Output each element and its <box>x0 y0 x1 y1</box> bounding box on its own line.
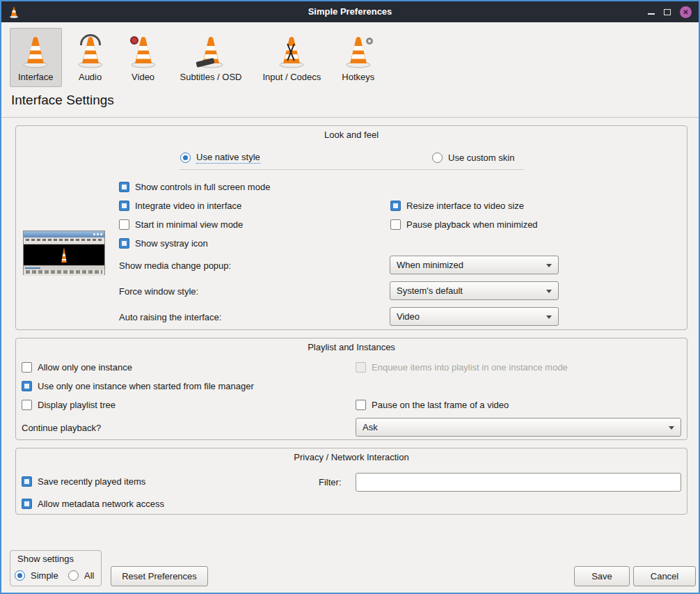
checkbox[interactable] <box>22 362 32 373</box>
radio-label: Simple <box>31 570 58 581</box>
thumb-controls <box>24 270 104 276</box>
checkbox[interactable] <box>22 400 32 410</box>
tab-video[interactable]: Video <box>119 28 168 87</box>
checkbox-label: Allow metadata network access <box>38 499 164 509</box>
checkbox-pause-minimized[interactable]: Pause playback when minimized <box>390 215 538 233</box>
button-label: Cancel <box>651 571 678 581</box>
checkbox-label: Enqueue items into playlist in one insta… <box>372 362 568 373</box>
show-settings-label: Show settings <box>17 554 74 564</box>
auto-raise-select[interactable]: Video <box>390 307 559 326</box>
tab-audio[interactable]: Audio <box>66 28 115 87</box>
filter-label: Filter: <box>319 473 342 491</box>
group-title: Playlist and Instances <box>16 342 687 352</box>
checkbox[interactable] <box>390 201 401 211</box>
checkbox-one-instance-file-manager[interactable]: Use only one instance when started from … <box>22 377 254 395</box>
checkbox-metadata-network-access[interactable]: Allow metadata network access <box>22 494 164 513</box>
headphones-icon <box>74 33 106 68</box>
filter-input[interactable] <box>356 473 681 492</box>
close-button[interactable]: ✕ <box>680 6 692 18</box>
heading-divider <box>1 117 699 118</box>
checkbox-label: Resize interface to video size <box>406 201 524 211</box>
preferences-category-toolbar: Interface Audio Video <box>10 28 383 87</box>
tab-label: Input / Codecs <box>262 72 321 82</box>
checkbox-systray-icon[interactable]: Show systray icon <box>119 234 208 252</box>
checkbox[interactable] <box>119 182 129 192</box>
continue-playback-select[interactable]: Ask <box>356 418 681 437</box>
tab-hotkeys[interactable]: Hotkeys <box>333 28 383 87</box>
radio-settings-all[interactable]: All <box>68 566 94 584</box>
radio-button[interactable] <box>432 153 443 163</box>
tab-input-codecs[interactable]: Input / Codecs <box>254 28 329 87</box>
save-button[interactable]: Save <box>574 566 630 586</box>
checkbox[interactable] <box>119 238 129 249</box>
tab-label: Video <box>132 72 154 82</box>
selected-value: System's default <box>397 286 463 296</box>
checkbox-integrate-video[interactable]: Integrate video in interface <box>119 196 241 214</box>
reset-preferences-button[interactable]: Reset Preferences <box>111 566 208 586</box>
media-change-popup-select[interactable]: When minimized <box>390 256 559 274</box>
checkbox-label: Start in minimal view mode <box>135 219 243 230</box>
checkbox-allow-one-instance[interactable]: Allow only one instance <box>22 358 132 376</box>
checkbox[interactable] <box>119 219 129 230</box>
checkbox-label: Show controls in full screen mode <box>135 182 270 192</box>
button-label: Reset Preferences <box>122 571 197 581</box>
tab-subtitles-osd[interactable]: Subtitles / OSD <box>172 28 250 87</box>
radio-settings-simple[interactable]: Simple <box>15 566 58 584</box>
checkbox[interactable] <box>119 201 129 211</box>
tab-label: Interface <box>18 72 54 82</box>
checkbox[interactable] <box>22 381 32 391</box>
vlc-cone-icon <box>7 5 21 19</box>
tab-label: Audio <box>79 72 102 82</box>
selected-value: Video <box>397 311 420 322</box>
thumb-video-area <box>24 244 104 265</box>
checkbox-label: Pause on the last frame of a video <box>372 400 509 410</box>
checkbox-resize-interface[interactable]: Resize interface to video size <box>390 196 524 214</box>
titlebar: Simple Preferences ✕ <box>1 1 699 22</box>
checkbox-label: Show systray icon <box>135 238 208 249</box>
tab-interface[interactable]: Interface <box>10 28 62 87</box>
radio-button[interactable] <box>180 153 191 163</box>
checkbox-label: Integrate video in interface <box>135 201 241 211</box>
vlc-cone-icon <box>19 33 51 68</box>
thumb-menubar <box>24 239 104 244</box>
restore-button[interactable] <box>664 9 671 15</box>
checkbox[interactable] <box>22 499 32 509</box>
auto-raise-label: Auto raising the interface: <box>119 308 221 326</box>
group-title: Privacy / Network Interaction <box>16 452 687 462</box>
show-settings-group: Show settings Simple All <box>10 550 102 586</box>
page-title: Interface Settings <box>11 93 114 108</box>
checkbox-label: Pause playback when minimized <box>406 219 538 230</box>
checkbox-enqueue-items-disabled: Enqueue items into playlist in one insta… <box>356 358 568 376</box>
radio-divider <box>180 169 524 170</box>
checkbox-display-playlist-tree[interactable]: Display playlist tree <box>22 396 116 414</box>
tab-label: Subtitles / OSD <box>180 72 242 82</box>
button-label: Save <box>591 571 612 581</box>
checkbox-label: Display playlist tree <box>38 400 116 410</box>
radio-use-native-style[interactable]: Use native style <box>180 148 260 166</box>
minimize-button[interactable] <box>648 13 655 15</box>
checkbox-pause-last-frame[interactable]: Pause on the last frame of a video <box>356 396 509 414</box>
checkbox-show-fullscreen-controls[interactable]: Show controls in full screen mode <box>119 178 270 196</box>
media-change-popup-label: Show media change popup: <box>119 256 231 274</box>
selected-value: Ask <box>363 422 378 432</box>
radio-label: Use custom skin <box>448 153 514 163</box>
film-cone-icon <box>127 33 159 68</box>
radio-button[interactable] <box>68 570 79 581</box>
vlc-preview-thumbnail <box>23 230 105 275</box>
thumb-seekbar <box>24 265 104 269</box>
checkbox-save-recent-items[interactable]: Save recently played items <box>22 472 145 490</box>
checkbox-label: Save recently played items <box>38 476 145 487</box>
checkbox[interactable] <box>390 219 401 230</box>
simple-preferences-window: { "window": { "title": "Simple Preferenc… <box>0 0 700 594</box>
force-window-style-select[interactable]: System's default <box>390 281 559 300</box>
checkbox[interactable] <box>356 400 366 410</box>
checkbox-minimal-view[interactable]: Start in minimal view mode <box>119 215 243 233</box>
checkbox[interactable] <box>22 476 32 487</box>
cancel-button[interactable]: Cancel <box>633 566 696 586</box>
radio-label: All <box>84 570 94 581</box>
tab-label: Hotkeys <box>342 72 374 82</box>
radio-use-custom-skin[interactable]: Use custom skin <box>432 148 514 166</box>
keyboard-cone-icon <box>195 33 227 68</box>
radio-button[interactable] <box>15 570 25 581</box>
scissors-cone-icon <box>276 33 308 68</box>
